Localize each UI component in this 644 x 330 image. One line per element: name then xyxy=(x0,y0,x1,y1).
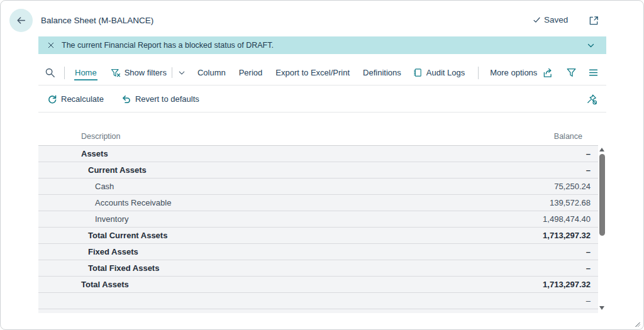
row-description[interactable]: Liabilities xyxy=(38,312,119,313)
open-in-new-window-icon xyxy=(588,15,602,26)
save-status-label: Saved xyxy=(544,15,568,25)
chevron-down-icon xyxy=(587,41,595,50)
log-book-icon xyxy=(413,68,423,77)
table-row[interactable]: Accounts Receivable 139,572.68 xyxy=(38,195,598,211)
check-icon xyxy=(533,16,541,24)
recalculate-label: Recalculate xyxy=(61,94,104,104)
row-balance[interactable]: – xyxy=(586,165,598,175)
revert-to-defaults-label: Revert to defaults xyxy=(135,94,199,104)
row-balance[interactable]: – xyxy=(586,296,598,305)
pin-slash-icon xyxy=(586,94,597,105)
row-description[interactable]: Assets xyxy=(38,149,108,158)
table-row[interactable]: – xyxy=(38,293,598,309)
row-description[interactable]: Inventory xyxy=(38,214,128,224)
column-header-balance[interactable]: Balance xyxy=(554,132,582,141)
unpin-button[interactable] xyxy=(585,91,599,107)
row-description[interactable]: Total Assets xyxy=(38,280,129,289)
table-row[interactable]: Fixed Assets – xyxy=(38,244,598,260)
notification-message: The current Financial Report has a block… xyxy=(62,41,274,50)
table-row[interactable]: Total Current Assets 1,713,297.32 xyxy=(38,228,598,244)
menu-period[interactable]: Period xyxy=(239,65,263,80)
table-row[interactable]: Total Assets 1,713,297.32 xyxy=(38,277,598,293)
notification-expand-button[interactable] xyxy=(587,41,595,50)
undo-icon xyxy=(121,94,131,104)
divider xyxy=(478,67,479,79)
action-bar: Home Show filters Column Period Export t… xyxy=(38,60,606,85)
column-header-description[interactable]: Description xyxy=(81,132,121,141)
menu-definitions[interactable]: Definitions xyxy=(363,65,401,80)
recalculate-button[interactable]: Recalculate xyxy=(46,92,105,107)
back-button[interactable] xyxy=(9,9,33,32)
table-header: Description Balance xyxy=(38,126,606,146)
divider xyxy=(172,67,172,78)
row-balance[interactable]: 75,250.24 xyxy=(554,182,598,191)
filter-pane-button[interactable] xyxy=(565,65,578,80)
more-options-button[interactable]: More options xyxy=(490,65,537,80)
table-row[interactable]: Assets – xyxy=(38,146,598,162)
secondary-action-bar: Recalculate Revert to defaults xyxy=(38,86,606,113)
scrollbar-thumb[interactable] xyxy=(599,154,605,236)
menu-column[interactable]: Column xyxy=(197,65,226,80)
notification-banner: The current Financial Report has a block… xyxy=(38,36,606,54)
app-window: Balance Sheet (M-BALANCE) Saved The curr… xyxy=(0,0,644,330)
window-resize-grip[interactable] xyxy=(635,321,641,327)
share-button[interactable] xyxy=(541,65,555,81)
row-description[interactable]: Cash xyxy=(38,182,114,191)
refresh-icon xyxy=(47,94,57,104)
vertical-scrollbar[interactable] xyxy=(598,145,606,313)
menu-audit-logs[interactable]: Audit Logs xyxy=(412,65,466,80)
row-balance[interactable]: 139,572.68 xyxy=(550,198,598,207)
list-icon xyxy=(588,67,599,78)
show-filters-label: Show filters xyxy=(125,68,167,77)
row-balance[interactable]: – xyxy=(586,247,598,256)
table-row[interactable]: Cash 75,250.24 xyxy=(38,179,598,195)
close-icon xyxy=(47,41,55,49)
row-balance[interactable]: 1,713,297.32 xyxy=(543,280,598,289)
search-button[interactable] xyxy=(43,65,57,80)
scroll-down-arrow-icon[interactable] xyxy=(599,306,604,310)
row-balance[interactable]: – xyxy=(586,263,598,273)
table-row[interactable]: Inventory 1,498,474.40 xyxy=(38,211,598,228)
filter-clear-icon xyxy=(111,68,121,78)
chevron-down-icon xyxy=(178,69,186,77)
divider xyxy=(64,67,65,79)
popout-button[interactable] xyxy=(588,14,602,28)
arrow-left-icon xyxy=(16,15,26,26)
revert-to-defaults-button[interactable]: Revert to defaults xyxy=(120,92,201,107)
share-icon xyxy=(542,67,553,79)
menu-export-excel-print[interactable]: Export to Excel/Print xyxy=(275,65,350,80)
page-title: Balance Sheet (M-BALANCE) xyxy=(41,16,153,25)
row-balance[interactable]: 1,713,297.32 xyxy=(543,231,598,240)
row-balance[interactable]: – xyxy=(586,149,598,158)
dismiss-notification-button[interactable] xyxy=(47,41,55,49)
row-balance[interactable]: 1,498,474.40 xyxy=(543,214,598,224)
row-description[interactable]: Accounts Receivable xyxy=(38,198,171,207)
show-as-list-button[interactable] xyxy=(587,65,600,80)
show-filters-button[interactable]: Show filters xyxy=(109,65,168,80)
audit-logs-label: Audit Logs xyxy=(426,68,465,77)
funnel-icon xyxy=(566,67,577,78)
table-row[interactable]: Total Fixed Assets – xyxy=(38,260,598,277)
search-icon xyxy=(45,67,55,78)
scroll-up-arrow-icon[interactable] xyxy=(599,148,604,151)
save-status: Saved xyxy=(533,15,568,25)
tab-home[interactable]: Home xyxy=(74,65,97,80)
table-body: Assets – Current Assets – Cash 75,250.24… xyxy=(38,146,598,313)
table-row[interactable]: Liabilities xyxy=(38,309,598,313)
table-row[interactable]: Current Assets – xyxy=(38,162,598,179)
show-filters-chevron[interactable] xyxy=(177,67,187,79)
row-description[interactable]: Total Current Assets xyxy=(38,231,167,240)
row-description[interactable]: Current Assets xyxy=(38,165,147,175)
row-description[interactable]: Fixed Assets xyxy=(38,247,138,256)
row-description[interactable]: Total Fixed Assets xyxy=(38,263,159,273)
